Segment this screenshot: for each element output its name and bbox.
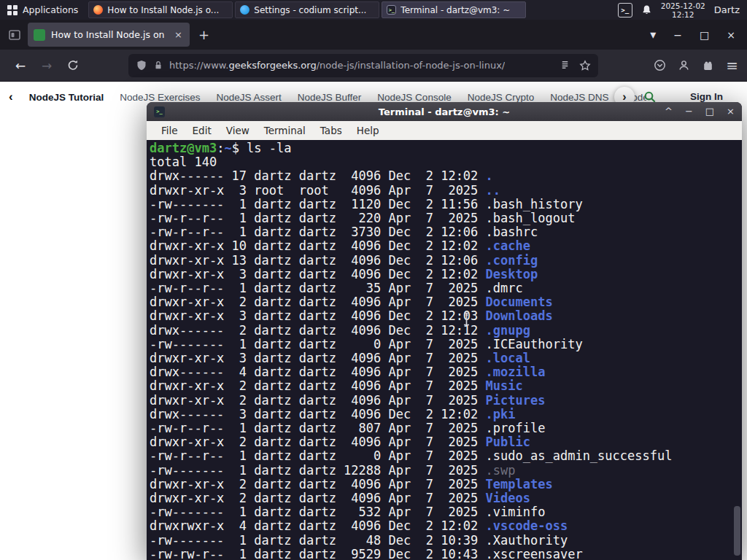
hamburger-menu-icon[interactable]: ≡ [726, 57, 738, 74]
terminal-minimize-button[interactable]: − [685, 102, 693, 121]
bookmark-star-icon[interactable] [579, 60, 591, 71]
tab-bar-controls: ▾ − □ × [650, 28, 747, 42]
browser-tab[interactable]: How to Install Node.js on × [28, 23, 190, 47]
forward-button[interactable]: → [38, 58, 55, 73]
terminal-output[interactable]: dartz@vm3:~$ ls -la total 140 drwx------… [147, 140, 742, 560]
nav-scroll-left-icon[interactable]: ‹ [9, 90, 13, 104]
taskbar-window-button[interactable]: How to Install Node.js o... [88, 1, 233, 18]
site-nav-items: NodeJS TutorialNodeJS ExercisesNodeJS As… [29, 92, 646, 103]
tracking-shield-icon[interactable] [136, 60, 147, 71]
applications-grid-icon [7, 5, 18, 15]
panel-user-label: Dartz [714, 4, 740, 15]
applications-menu[interactable]: Applications [0, 0, 85, 20]
terminal-maximize-button[interactable]: □ [705, 102, 714, 121]
site-favicon [34, 29, 45, 41]
taskbar-windows: How to Install Node.js o...Settings - co… [88, 1, 526, 18]
window-maximize-button[interactable]: □ [700, 29, 709, 41]
panel-tray-area: >_ 2025-12-02 12:12 Dartz [618, 0, 747, 20]
extensions-icon[interactable] [702, 59, 714, 71]
codium-icon [240, 5, 249, 15]
terminal-menubar: FileEditViewTerminalTabsHelp [147, 121, 742, 140]
site-nav-item[interactable]: NodeJS DNS [550, 92, 608, 103]
menu-help[interactable]: Help [349, 125, 387, 136]
terminal-window-controls: ^ − □ × [665, 102, 735, 121]
menu-tabs[interactable]: Tabs [313, 125, 349, 136]
sign-in-button[interactable]: Sign In [690, 91, 723, 102]
reader-mode-icon[interactable] [560, 60, 570, 71]
terminal-tray-icon[interactable]: >_ [618, 3, 632, 18]
lock-icon[interactable] [153, 60, 163, 71]
site-nav-item[interactable]: NodeJS Crypto [468, 92, 535, 103]
tab-close-icon[interactable]: × [173, 29, 184, 40]
toolbar-right-icons: ≡ [654, 57, 747, 74]
clock-date: 2025-12-02 [661, 1, 705, 10]
taskbar-window-title: How to Install Node.js o... [107, 5, 219, 15]
applications-label: Applications [23, 4, 78, 15]
menu-file[interactable]: File [154, 125, 185, 136]
terminal-app-icon: >_ [154, 106, 165, 117]
firefox-icon [93, 5, 103, 15]
account-icon[interactable] [678, 59, 690, 71]
desktop-panel: Applications How to Install Node.js o...… [0, 0, 747, 20]
reload-button[interactable] [64, 59, 82, 71]
menu-terminal[interactable]: Terminal [257, 125, 313, 136]
clock-time: 12:12 [661, 10, 705, 19]
notification-bell-icon[interactable] [641, 4, 652, 15]
browser-toolbar: ← → https://www.geeksforgeeks.org/node-j… [0, 50, 747, 82]
new-tab-button[interactable]: + [198, 27, 209, 42]
url-text: https://www.geeksforgeeks.org/node-js/in… [169, 60, 505, 71]
pocket-icon[interactable] [654, 59, 666, 71]
taskbar-window-button[interactable]: >_Terminal - dartz@vm3: ~ [382, 1, 526, 18]
list-all-tabs-chevron-icon[interactable]: ▾ [650, 28, 656, 42]
browser-tab-bar: How to Install Node.js on × + ▾ − □ × [0, 20, 747, 50]
taskbar-window-title: Terminal - dartz@vm3: ~ [400, 5, 510, 15]
site-nav-item[interactable]: NodeJS Buffer [298, 92, 362, 103]
menu-edit[interactable]: Edit [185, 125, 219, 136]
menu-view[interactable]: View [219, 125, 257, 136]
terminal-title-bar[interactable]: >_ Terminal - dartz@vm3: ~ ^ − □ × [147, 102, 742, 121]
back-button[interactable]: ← [12, 58, 29, 73]
terminal-window-title: Terminal - dartz@vm3: ~ [147, 106, 742, 117]
tab-title: How to Install Node.js on [51, 29, 167, 40]
taskbar-window-button[interactable]: Settings - codium script... [235, 1, 379, 18]
url-bar[interactable]: https://www.geeksforgeeks.org/node-js/in… [128, 54, 598, 77]
terminal-scrollbar-thumb[interactable] [734, 506, 740, 556]
taskbar-window-title: Settings - codium script... [254, 5, 366, 15]
site-nav-item[interactable]: NodeJS Console [377, 92, 451, 103]
window-close-button[interactable]: × [727, 29, 735, 41]
terminal-icon: >_ [387, 5, 396, 15]
window-minimize-button[interactable]: − [673, 29, 682, 41]
site-nav-item[interactable]: NodeJS Tutorial [29, 92, 104, 103]
terminal-shade-button[interactable]: ^ [665, 102, 673, 121]
site-nav-item[interactable]: NodeJS Assert [216, 92, 281, 103]
terminal-window: >_ Terminal - dartz@vm3: ~ ^ − □ × FileE… [147, 102, 742, 560]
terminal-close-button[interactable]: × [727, 102, 735, 121]
site-nav-item[interactable]: NodeJS Exercises [120, 92, 200, 103]
panel-clock[interactable]: 2025-12-02 12:12 [661, 1, 705, 19]
terminal-body[interactable]: dartz@vm3:~$ ls -la total 140 drwx------… [147, 140, 742, 560]
firefox-view-icon[interactable] [9, 29, 20, 41]
